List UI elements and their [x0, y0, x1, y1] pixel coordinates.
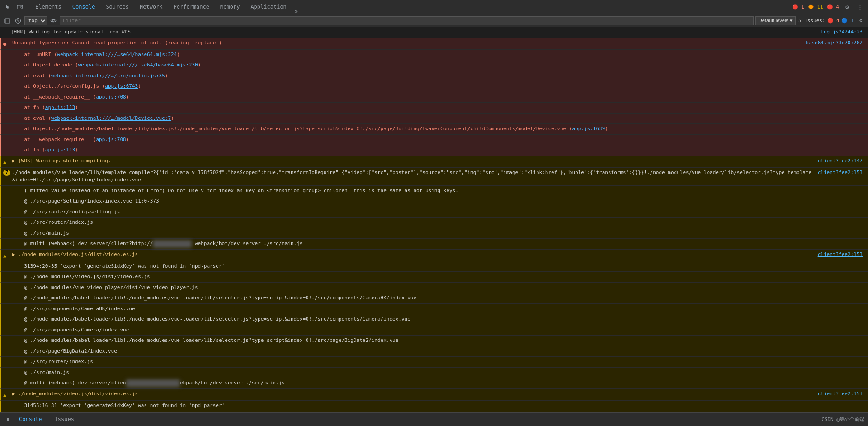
warning-detail-text: @ ./src/main.js: [12, 230, 866, 237]
tab-console-bottom[interactable]: Console: [13, 413, 48, 426]
stack-trace: at __webpack_require__ (app.js:708): [12, 136, 866, 144]
settings-icon[interactable]: ⚙: [843, 3, 852, 12]
console-row-warning-detail: @ ./src/router/index.js: [0, 218, 868, 228]
tab-memory[interactable]: Memory: [215, 0, 245, 14]
warning-message: ▶ ./node_modules/video.js/dist/video.es.…: [12, 251, 813, 259]
stack-link[interactable]: app.js:1639: [572, 126, 605, 132]
top-right-badges: 🔴 1 🔶 11 🔴 4 ⚙ ⋮: [792, 3, 864, 12]
console-row-warning-detail: @ ./src/router/index.js: [0, 357, 868, 368]
console-row-error-detail: at eval (webpack-internal:///…/src/confi…: [0, 71, 868, 82]
tab-performance[interactable]: Performance: [168, 0, 215, 14]
eye-icon[interactable]: [49, 16, 58, 25]
stack-trace: at _unURI (webpack-internal:///…se64/bas…: [12, 51, 866, 59]
filter-input[interactable]: [60, 16, 754, 25]
console-toolbar: top Default levels ▾ 5 Issues: 🔴 4 🔵 1 ⚙: [0, 14, 868, 27]
warning-detail-text: @ ./node_modules/vue-video-player/dist/v…: [12, 284, 866, 292]
issues-button[interactable]: 5 Issues: 🔴 4 🔵 1: [798, 18, 854, 24]
console-row-warning-detail: @ ./src/components/CameraHK/index.vue: [0, 304, 868, 315]
warning-detail-text: @ ./src/components/Camera/index.vue: [12, 327, 866, 334]
console-settings-icon[interactable]: ⚙: [856, 16, 865, 25]
source-link[interactable]: base64.mjs?3d70:202: [801, 39, 866, 47]
tabs-overflow-button[interactable]: »: [292, 8, 301, 14]
more-options-icon[interactable]: ⋮: [855, 3, 864, 12]
console-row-warning-detail: @ ./node_modules/babel-loader/lib!./node…: [0, 293, 868, 304]
error-count-badge: 🔴 1: [792, 4, 804, 10]
console-row-warning-detail: @ multi (webpack)-dev-server/clienXXXXXX…: [0, 378, 868, 389]
stack-link[interactable]: app.js:113: [45, 104, 75, 110]
source-link[interactable]: log.js?4244:23: [816, 28, 866, 36]
console-row-warning-detail: 31394:20-35 'export 'generateSidxKey' wa…: [0, 261, 868, 272]
warning-detail-text: @ multi (webpack)-dev-server/clienXXXXXX…: [12, 379, 866, 387]
warning-detail-text: @ ./src/router/index.js: [12, 219, 866, 227]
console-row-warning-detail: @ ./node_modules/video.js/dist/video.es.…: [0, 272, 868, 283]
console-row-warning-detail: @ ./src/main.js: [0, 228, 868, 239]
stack-link[interactable]: app.js:708: [96, 94, 126, 100]
console-row-warning-detail: @ ./node_modules/video.js/dist/video.es.…: [0, 411, 868, 412]
bottom-menu-icon[interactable]: ≡: [4, 415, 13, 424]
stack-link[interactable]: app.js:708: [96, 137, 126, 142]
console-row-error-detail: at fn (app.js:113): [0, 145, 868, 156]
tab-elements[interactable]: Elements: [30, 0, 67, 14]
source-link[interactable]: client?fee2:153: [813, 390, 866, 398]
console-row-warning-detail: @ ./src/page/Setting/Index/index.vue 11:…: [0, 196, 868, 207]
console-row-warning-detail: @ ./src/main.js: [0, 368, 868, 379]
stack-trace: at Object../node_modules/babel-loader/li…: [12, 125, 866, 133]
stack-link[interactable]: webpack-internal:///…se64/base64.mjs:230: [78, 62, 198, 68]
stack-link[interactable]: app.js:113: [45, 147, 75, 153]
error-icon: ●: [3, 40, 10, 48]
top-tabs-bar: Elements Console Sources Network Perform…: [30, 0, 792, 14]
tab-application[interactable]: Application: [245, 0, 292, 14]
warning-detail-text: @ ./src/page/Setting/Index/index.vue 11:…: [12, 198, 866, 205]
warning-detail-text: @ ./node_modules/babel-loader/lib!./node…: [12, 294, 866, 302]
issues-blue-badge: 🔵 1: [841, 18, 854, 24]
tab-network[interactable]: Network: [134, 0, 168, 14]
console-message: [HMR] Waiting for update signal from WDS…: [11, 28, 816, 36]
credit-text: CSDN @第の个前端: [821, 416, 864, 423]
source-link[interactable]: client?fee2:153: [813, 251, 866, 259]
stack-link[interactable]: webpack-internal:///…se64/base64.mjs:224: [57, 52, 177, 57]
blurred-url: XXXXXXXX:XXXX: [153, 240, 192, 248]
warning-detail-text: @ ./src/main.js: [12, 369, 866, 377]
warning-detail-text: @ ./node_modules/babel-loader/lib!./node…: [12, 316, 866, 323]
device-icon[interactable]: [15, 3, 24, 12]
console-row-error-detail: at __webpack_require__ (app.js:708): [0, 92, 868, 103]
console-content: [HMR] Waiting for update signal from WDS…: [0, 27, 868, 412]
console-row-warning-detail: (Emitted value instead of an instance of…: [0, 186, 868, 197]
stack-link[interactable]: webpack-internal:///…/src/config.js:35: [51, 73, 165, 79]
warning-icon: ▲: [3, 158, 10, 166]
stack-trace: at Object../src/config.js (app.js:6743): [12, 83, 866, 90]
console-row: [HMR] Waiting for update signal from WDS…: [0, 27, 868, 38]
source-link[interactable]: client?fee2:153: [813, 169, 866, 177]
console-row-error-detail: at Object../src/config.js (app.js:6743): [0, 81, 868, 92]
clear-console-icon[interactable]: [14, 16, 23, 25]
default-levels-button[interactable]: Default levels ▾: [755, 16, 796, 25]
stack-trace: at eval (webpack-internal:///…/model/Dev…: [12, 115, 866, 123]
console-row-warning-detail: @ ./node_modules/babel-loader/lib!./node…: [0, 336, 868, 346]
console-row-warning: ▲ ▶ ./node_modules/video.js/dist/video.e…: [0, 389, 868, 401]
warning-message: ▶ ./node_modules/video.js/dist/video.es.…: [12, 390, 813, 398]
console-row-error-detail: at Object.decode (webpack-internal:///…s…: [0, 60, 868, 71]
console-row-error-detail: at eval (webpack-internal:///…/model/Dev…: [0, 114, 868, 124]
tab-console[interactable]: Console: [67, 0, 101, 14]
console-row-error-detail: at Object../node_modules/babel-loader/li…: [0, 124, 868, 135]
console-row-warning: ▲ ▶ [WDS] Warnings while compiling. clie…: [0, 156, 868, 168]
console-row-warning-detail: @ ./src/page/BigData2/index.vue: [0, 346, 868, 357]
source-link[interactable]: client?fee2:147: [813, 157, 866, 165]
tab-sources[interactable]: Sources: [100, 0, 134, 14]
warning-detail-text: 31394:20-35 'export 'generateSidxKey' wa…: [12, 263, 866, 270]
tab-issues-bottom[interactable]: Issues: [48, 413, 80, 426]
warning-detail-text: @ ./src/router/index.js: [12, 358, 866, 366]
sidebar-toggle-icon[interactable]: [3, 16, 12, 25]
bottom-tabs: ≡ Console Issues CSDN @第の个前端: [0, 412, 868, 426]
stack-link[interactable]: app.js:6743: [105, 83, 138, 89]
cursor-icon[interactable]: [4, 3, 13, 12]
svg-rect-0: [17, 5, 23, 9]
warning-message: ▶ [WDS] Warnings while compiling.: [12, 157, 813, 165]
stack-trace: at eval (webpack-internal:///…/src/confi…: [12, 72, 866, 80]
context-selector[interactable]: top: [24, 16, 47, 25]
stack-link[interactable]: webpack-internal:///…/model/Device.vue:7: [51, 115, 171, 121]
svg-rect-1: [21, 6, 22, 8]
console-row-warning-detail: @ multi (webpack)-dev-server/client?http…: [0, 239, 868, 250]
warning-detail-text: (Emitted value instead of an instance of…: [12, 187, 866, 195]
console-row-error-detail: at __webpack_require__ (app.js:708): [0, 135, 868, 146]
